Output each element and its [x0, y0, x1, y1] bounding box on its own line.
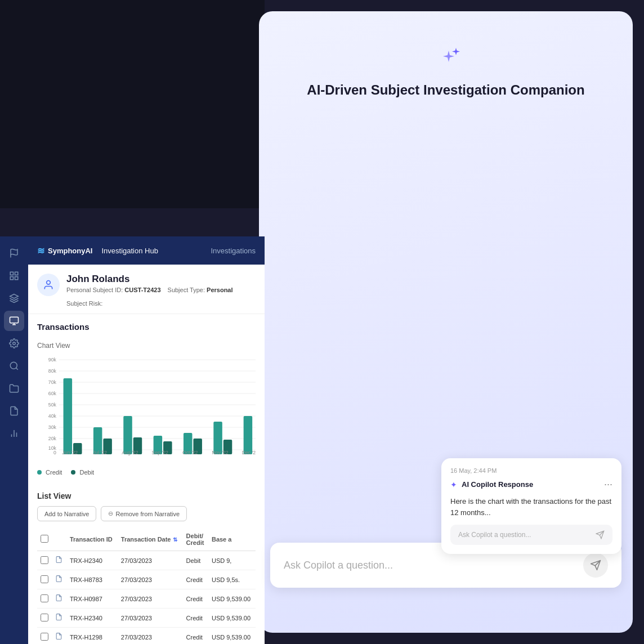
row-base: USD 9,5s.: [208, 570, 256, 589]
remove-icon: ⊖: [108, 510, 113, 517]
list-view-section: List View Add to Narrative ⊖ Remove from…: [28, 485, 265, 644]
list-actions: Add to Narrative ⊖ Remove from Narrative: [37, 506, 256, 521]
header-transaction-id: Transaction ID: [66, 528, 118, 551]
sidebar-item-analytics[interactable]: [4, 423, 24, 444]
subject-name: John Rolands: [66, 274, 256, 285]
select-all-checkbox[interactable]: [41, 535, 48, 543]
svg-text:80k: 80k: [48, 368, 57, 374]
row-doc-icon: [52, 589, 66, 609]
ai-stars-decoration: [429, 45, 463, 73]
copilot-more-options[interactable]: ···: [604, 478, 612, 490]
subject-type: Subject Type: Personal: [168, 287, 233, 293]
svg-text:Dec '22: Dec '22: [242, 450, 256, 455]
remove-narrative-button[interactable]: ⊖ Remove from Narrative: [101, 506, 187, 521]
copilot-response-label: AI Copilot Response: [462, 480, 533, 489]
table-row: TRX-H2340 27/03/2023 Credit USD 9,539.00: [37, 609, 256, 628]
logo-name: SymphonyAI: [48, 247, 92, 255]
svg-text:Jul '22: Jul '22: [93, 450, 107, 455]
row-checkbox-4[interactable]: [41, 633, 48, 641]
table-row: TRX-H8783 27/03/2023 Credit USD 9,5s.: [37, 570, 256, 589]
navbar-hub-title: Investigation Hub: [101, 247, 158, 255]
header-transaction-date: Transaction Date ⇅: [118, 528, 183, 551]
row-checkbox-2[interactable]: [41, 594, 48, 602]
row-debit-credit: Debit: [183, 551, 208, 570]
svg-text:20k: 20k: [48, 436, 57, 441]
row-doc-icon: [52, 609, 66, 628]
sidebar-item-grid[interactable]: [4, 266, 24, 286]
add-narrative-button[interactable]: Add to Narrative: [37, 506, 96, 521]
row-id: TRX-H2340: [66, 551, 118, 570]
table-row: TRX-H0987 27/03/2023 Credit USD 9,539.00: [37, 589, 256, 609]
sidebar-item-card[interactable]: [4, 311, 24, 331]
main-content: ≋ SymphonyAI Investigation Hub Investiga…: [28, 236, 265, 644]
row-checkbox-cell[interactable]: [37, 589, 52, 609]
copilot-response-input-placeholder: Ask Copilot a question...: [458, 531, 531, 539]
copilot-title-row: ✦ AI Copilot Response: [450, 480, 533, 489]
subject-id: Personal Subject ID: CUST-T2423: [66, 287, 161, 293]
list-view-title: List View: [37, 491, 256, 500]
row-date: 27/03/2023: [118, 628, 183, 645]
navbar: ≋ SymphonyAI Investigation Hub Investiga…: [28, 236, 265, 265]
svg-text:70k: 70k: [48, 379, 57, 385]
row-debit-credit: Credit: [183, 628, 208, 645]
chart-view-label: Chart View: [37, 342, 256, 350]
row-checkbox-0[interactable]: [41, 556, 48, 564]
row-doc-icon: [52, 628, 66, 645]
subject-meta: Personal Subject ID: CUST-T2423 Subject …: [66, 287, 256, 307]
logo: ≋ SymphonyAI: [37, 245, 92, 256]
ai-panel-title: AI-Driven Subject Investigation Companio…: [284, 82, 607, 98]
legend-debit: Debit: [71, 469, 94, 476]
row-id: TRX-H1298: [66, 628, 118, 645]
copilot-input-placeholder: Ask Copilot a question...: [284, 560, 583, 571]
row-checkbox-cell[interactable]: [37, 628, 52, 645]
svg-point-13: [13, 342, 16, 345]
row-checkbox-cell[interactable]: [37, 609, 52, 628]
sidebar-item-layers[interactable]: [4, 288, 24, 308]
svg-rect-10: [10, 317, 19, 323]
svg-text:90k: 90k: [48, 357, 57, 363]
header-icon-cell: [52, 528, 66, 551]
svg-text:Oct '22: Oct '22: [182, 450, 198, 455]
avatar: [37, 274, 60, 296]
dark-background: [0, 0, 265, 208]
row-debit-credit: Credit: [183, 570, 208, 589]
svg-point-14: [10, 362, 17, 369]
subject-risk: Subject Risk:: [66, 300, 102, 307]
svg-rect-5: [10, 272, 13, 275]
copilot-response-card: 16 May, 2:44 PM ✦ AI Copilot Response ··…: [441, 458, 621, 554]
sidebar-item-search[interactable]: [4, 356, 24, 376]
transactions-table: Transaction ID Transaction Date ⇅ Debit/…: [37, 528, 256, 644]
sidebar-item-folder[interactable]: [4, 378, 24, 399]
header-checkbox-cell[interactable]: [37, 528, 52, 551]
row-id: TRX-H0987: [66, 589, 118, 609]
send-icon: [590, 560, 601, 571]
legend-debit-dot: [71, 470, 75, 475]
sort-icon[interactable]: ⇅: [173, 536, 177, 543]
row-base: USD 9,539.00: [208, 628, 256, 645]
copilot-response-input[interactable]: Ask Copilot a question...: [450, 525, 612, 545]
header-debit-credit: Debit/Credit: [183, 528, 208, 551]
svg-text:Nov '22: Nov '22: [212, 450, 228, 455]
sidebar-item-settings[interactable]: [4, 333, 24, 354]
row-checkbox-1[interactable]: [41, 575, 48, 583]
row-doc-icon: [52, 551, 66, 570]
copilot-send-button[interactable]: [583, 553, 608, 578]
row-checkbox-cell[interactable]: [37, 551, 52, 570]
navbar-investigations-link[interactable]: Investigations: [211, 247, 256, 255]
row-date: 27/03/2023: [118, 589, 183, 609]
response-send-icon: [596, 530, 605, 539]
row-checkbox-3[interactable]: [41, 614, 48, 621]
svg-point-19: [47, 281, 51, 285]
svg-text:Sep '22: Sep '22: [152, 450, 168, 455]
chart-container: Chart View 90k 80k 70k 60k 50k 40k: [28, 337, 265, 485]
svg-rect-51: [244, 416, 253, 454]
svg-line-15: [16, 368, 17, 369]
table-row: TRX-H1298 27/03/2023 Credit USD 9,539.00: [37, 628, 256, 645]
copilot-response-text: Here is the chart with the transactions …: [450, 496, 612, 518]
row-base: USD 9,: [208, 551, 256, 570]
row-checkbox-cell[interactable]: [37, 570, 52, 589]
row-base: USD 9,539.00: [208, 609, 256, 628]
sidebar-item-flag[interactable]: [4, 243, 24, 263]
sidebar-item-document[interactable]: [4, 401, 24, 421]
row-doc-icon: [52, 570, 66, 589]
